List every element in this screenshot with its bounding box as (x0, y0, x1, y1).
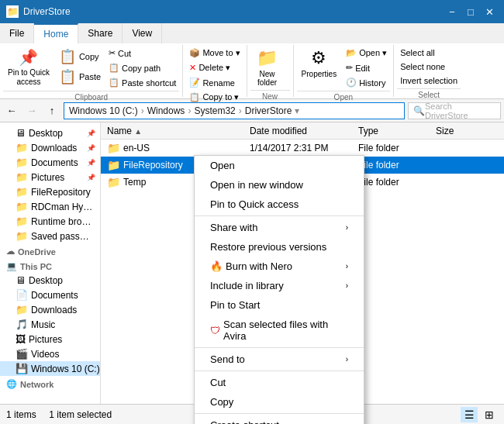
type-enus: File folder (358, 143, 436, 153)
copy-button[interactable]: 📋 Copy (56, 47, 104, 67)
sidebar-item-downloads2[interactable]: 📁 Downloads (0, 302, 100, 317)
sidebar-label-rdcman: RDCman Hyper... (31, 202, 95, 212)
cut-button[interactable]: ✂ Cut (105, 47, 179, 60)
sidebar-item-documents[interactable]: 📁 Documents 📌 (0, 155, 100, 170)
forward-button[interactable]: → (23, 102, 40, 119)
select-label: Select (397, 88, 461, 101)
type-filerepository: File folder (358, 160, 436, 171)
ctx-library[interactable]: Include in library› (195, 276, 364, 295)
ctx-arrow-burn: › (346, 262, 348, 271)
path-part-1[interactable]: Windows 10 (C:) (69, 105, 138, 116)
maximize-button[interactable]: □ (462, 4, 479, 19)
paste-button[interactable]: 📋 Paste (56, 67, 104, 87)
sidebar-item-documents2[interactable]: 📄 Documents (0, 288, 100, 302)
sidebar-item-videos[interactable]: 🎬 Videos (0, 346, 100, 361)
sidebar-item-saved[interactable]: 📁 Saved passwords (0, 229, 100, 243)
col-size[interactable]: Size (436, 126, 498, 136)
sidebar-item-desktop2[interactable]: 🖥 Desktop (0, 273, 100, 288)
col-name[interactable]: Name ▲ (107, 126, 250, 136)
sidebar-label-windows10: Windows 10 (C:) (31, 364, 100, 374)
sidebar-item-filerepository[interactable]: 📁 FileRepository (0, 184, 100, 199)
ctx-open[interactable]: Open (195, 156, 364, 175)
tab-home[interactable]: Home (34, 23, 78, 43)
move-to-button[interactable]: 📦 Move to ▾ (186, 47, 243, 60)
close-button[interactable]: ✕ (481, 4, 498, 19)
rename-button[interactable]: 📝 Rename (186, 76, 243, 89)
select-none-button[interactable]: Select none (397, 60, 461, 73)
ctx-pin-quick[interactable]: Pin to Quick access (195, 195, 364, 214)
col-type[interactable]: Type (358, 126, 436, 136)
new-items: 📁 Newfolder (250, 47, 290, 88)
sidebar-item-rdcman[interactable]: 📁 RDCman Hyper... (0, 199, 100, 214)
pasteshortcut-icon: 📋 (109, 78, 119, 88)
open-group: ⚙ Properties 📂 Open ▾ ✏ Edit 🕐 History O… (294, 45, 395, 97)
search-icon: 🔍 (413, 105, 425, 116)
sidebar-item-windows10[interactable]: 💾 Windows 10 (C:) (0, 361, 100, 376)
tab-file[interactable]: File (0, 23, 34, 43)
path-part-2[interactable]: Windows (147, 105, 185, 116)
path-part-4[interactable]: DriverStore (245, 105, 292, 116)
ctx-scan[interactable]: 🛡Scan selected files with Avira (195, 315, 364, 346)
sidebar-label-desktop: Desktop (29, 128, 63, 139)
organize-items: 📦 Move to ▾ ✕ Delete ▾ 📝 Rename 📋 Copy t… (186, 47, 243, 104)
sidebar-section-onedrive[interactable]: ☁ OneDrive (0, 243, 100, 258)
tab-share[interactable]: Share (78, 23, 123, 43)
paste-label: Paste (79, 72, 101, 81)
edit-button[interactable]: ✏ Edit (343, 61, 390, 74)
delete-button[interactable]: ✕ Delete ▾ (186, 61, 243, 74)
tab-view[interactable]: View (123, 23, 162, 43)
sidebar-item-music[interactable]: 🎵 Music (0, 317, 100, 332)
pictures-icon: 📁 (16, 171, 28, 183)
ctx-copy[interactable]: Copy (195, 392, 364, 412)
view-large-button[interactable]: ⊞ (481, 407, 498, 422)
sidebar-label-onedrive: OneDrive (18, 247, 56, 257)
properties-button[interactable]: ⚙ Properties (297, 47, 342, 80)
sidebar-item-pictures2[interactable]: 🖼 Pictures (0, 332, 100, 346)
downloads2-icon: 📁 (16, 304, 28, 315)
ctx-send-to[interactable]: Send to› (195, 350, 364, 369)
sidebar-label-downloads2: Downloads (31, 305, 77, 315)
sidebar-item-desktop[interactable]: 🖥 Desktop 📌 (0, 126, 100, 140)
path-part-3[interactable]: System32 (194, 105, 235, 116)
invert-selection-button[interactable]: Invert selection (397, 74, 461, 87)
ctx-arrow-share: › (346, 223, 348, 232)
select-all-button[interactable]: Select all (397, 47, 461, 59)
filename-filerepository: FileRepository (123, 160, 183, 171)
view-details-button[interactable]: ☰ (461, 407, 478, 422)
sidebar-item-downloads[interactable]: 📁 Downloads 📌 (0, 140, 100, 155)
new-folder-button[interactable]: 📁 Newfolder (250, 47, 285, 88)
minimize-button[interactable]: − (444, 4, 461, 19)
address-path[interactable]: Windows 10 (C:) › Windows › System32 › D… (64, 102, 405, 119)
sidebar-section-thispc[interactable]: 💻 This PC (0, 258, 100, 273)
path-dropdown[interactable]: ▾ (295, 105, 299, 116)
windows10-icon: 💾 (16, 363, 28, 374)
select-group: Select all Select none Invert selection … (394, 45, 464, 97)
col-date[interactable]: Date modified (250, 126, 358, 136)
path-sep-1: › (141, 105, 144, 116)
search-box[interactable]: 🔍 Search DriverStore (408, 102, 501, 119)
ctx-open-new-window[interactable]: Open in new window (195, 175, 364, 195)
sidebar-item-runtime[interactable]: 📁 Runtime broker... (0, 214, 100, 229)
copy-path-button[interactable]: 📋 Copy path (105, 61, 179, 74)
open-button[interactable]: 📂 Open ▾ (343, 47, 390, 60)
ctx-create-shortcut[interactable]: Create shortcut (195, 415, 364, 424)
sidebar-section-network[interactable]: 🌐 Network (0, 376, 100, 391)
pin-to-quick-button[interactable]: 📌 Pin to Quickaccess (3, 47, 54, 88)
sidebar-label-documents: Documents (31, 157, 78, 168)
videos-icon: 🎬 (16, 348, 28, 360)
ctx-burn[interactable]: 🔥Burn with Nero› (195, 257, 364, 276)
sidebar-item-pictures[interactable]: 📁 Pictures 📌 (0, 170, 100, 184)
onedrive-icon: ☁ (6, 246, 15, 257)
organize-group: 📦 Move to ▾ ✕ Delete ▾ 📝 Rename 📋 Copy t… (183, 45, 247, 97)
sidebar-label-filerepository: FileRepository (31, 187, 91, 198)
paste-shortcut-button[interactable]: 📋 Paste shortcut (105, 76, 179, 89)
ctx-restore[interactable]: Restore previous versions (195, 237, 364, 257)
file-row-enus[interactable]: 📁 en-US 1/14/2017 2:31 PM File folder (101, 140, 504, 157)
back-button[interactable]: ← (3, 102, 20, 119)
ctx-cut[interactable]: Cut (195, 373, 364, 392)
ctx-pin-start[interactable]: Pin to Start (195, 295, 364, 315)
sidebar-label-runtime: Runtime broker... (31, 216, 95, 227)
ctx-share-with[interactable]: Share with› (195, 218, 364, 237)
history-button[interactable]: 🕐 History (343, 76, 390, 89)
up-button[interactable]: ↑ (43, 102, 60, 119)
